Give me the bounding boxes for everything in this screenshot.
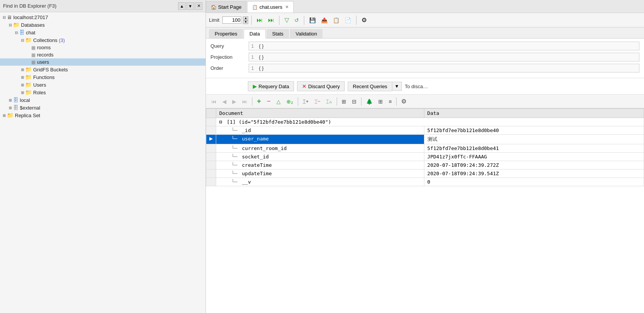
projection-row: Projection 1 { } xyxy=(210,53,639,61)
sub-tab-properties[interactable]: Properties xyxy=(209,29,243,38)
query-content: { } xyxy=(259,43,263,49)
sub-tab-validation[interactable]: Validation xyxy=(290,29,323,38)
tree-item-databases[interactable]: ⊟ 📁 Databases xyxy=(0,21,206,29)
tab-chatusers[interactable]: 📋 chat.users ✕ xyxy=(247,1,294,13)
data-remove-btn[interactable]: − xyxy=(265,96,273,106)
server-icon: 🖥 xyxy=(7,15,12,20)
tree-item-roles[interactable]: ⊞ 📁 Roles xyxy=(0,89,206,96)
field-value-username: 测试 xyxy=(424,135,644,144)
projection-editor[interactable]: 1 { } xyxy=(249,53,639,61)
data-nav-last-btn[interactable]: ⏭ xyxy=(240,97,250,106)
data-nav-next-btn[interactable]: ▶ xyxy=(230,97,239,106)
find-bar-up-btn[interactable]: ▲ xyxy=(178,2,186,10)
tree-item-localhost[interactable]: ⊟ 🖥 localhost:27017 xyxy=(0,14,206,21)
recent-main-btn[interactable]: Recent Queries xyxy=(348,82,392,91)
tree-label-rooms: rooms xyxy=(37,45,51,50)
data-collapse-btn[interactable]: ⊟ xyxy=(350,97,359,106)
data-expand-btn[interactable]: ⊞ xyxy=(339,97,348,106)
projection-line-num: 1 xyxy=(251,55,257,60)
tree-item-chat[interactable]: ⊟ 🗄 chat xyxy=(0,29,206,36)
limit-spin-down[interactable]: ▼ xyxy=(243,20,248,24)
data-view-table-btn[interactable]: ⊞ xyxy=(376,97,385,106)
recent-arrow-btn[interactable]: ▼ xyxy=(392,82,402,91)
requery-icon: ▶ xyxy=(253,83,257,89)
order-editor[interactable]: 1 { } xyxy=(249,64,639,73)
discard-btn[interactable]: ✕ Discard Query xyxy=(297,81,345,91)
table-row[interactable]: └─ __v 0 xyxy=(206,178,644,186)
order-row: Order 1 { } xyxy=(210,64,639,73)
data-nav-prev-btn[interactable]: ◀ xyxy=(220,97,229,106)
table-row[interactable]: └─ socket_id JPD41z7jx0fTc-FFAAAG xyxy=(206,153,644,161)
data-settings-btn[interactable]: ⚙ xyxy=(399,97,409,106)
data-edit-btn[interactable]: △ xyxy=(274,97,283,106)
table-row[interactable]: └─ createTime 2020-07-18T09:24:39.272Z xyxy=(206,161,644,169)
data-nav-first-btn[interactable]: ⏮ xyxy=(209,97,219,106)
data-sep1 xyxy=(252,97,252,106)
data-view-tree-btn[interactable]: 🌲 xyxy=(364,97,375,106)
expander-roles: ⊞ xyxy=(20,90,25,95)
table-row[interactable]: └─ _id 5f12bfd7ee7bb121e8d0be40 xyxy=(206,126,644,135)
table-row-selected[interactable]: ▶ └─ user_name 测试 xyxy=(206,135,644,144)
tree-item-local[interactable]: ⊞ 🗄 local xyxy=(0,96,206,104)
data-toolbar: ⏮ ◀ ▶ ⏭ + − △ ⊕₂ ⌶+ ⌶− ⌶△ ⊞ ⊟ 🌲 ⊞ ≡ ⚙ xyxy=(206,95,644,108)
tree-item-records[interactable]: ▦ records xyxy=(0,51,206,58)
export1-btn[interactable]: 📤 xyxy=(319,16,329,24)
expander-external: ⊞ xyxy=(8,106,13,110)
requery-btn[interactable]: ▶ Requery Data xyxy=(248,81,294,91)
export2-btn[interactable]: 📋 xyxy=(331,16,341,24)
refresh-btn[interactable]: ↺ xyxy=(292,16,301,24)
limit-input[interactable] xyxy=(222,16,241,24)
find-bar-down-btn[interactable]: ▼ xyxy=(186,2,194,10)
field-name-current-room: └─ current_room_id xyxy=(216,144,424,153)
field-name-username: └─ user_name xyxy=(216,135,424,144)
tab-chatusers-close[interactable]: ✕ xyxy=(285,5,289,10)
tree-label-gridfs: GridFS Buckets xyxy=(33,67,68,73)
data-sep5 xyxy=(396,97,397,106)
collection-icon-users: ▦ xyxy=(31,60,35,65)
tree-item-gridfs[interactable]: ⊞ 📁 GridFS Buckets xyxy=(0,66,206,73)
folder-icon-functions: 📁 xyxy=(25,74,32,80)
tree-item-collections[interactable]: ⊟ 📁 Collections (3) xyxy=(0,36,206,44)
doc-header-cell: ⊟ [1] (id="5f12bfd7ee7bb121e8d0be40") xyxy=(216,118,644,126)
table-row[interactable]: ⊟ [1] (id="5f12bfd7ee7bb121e8d0be40") xyxy=(206,118,644,126)
data-clone-btn[interactable]: ⊕₂ xyxy=(284,97,296,106)
sub-tab-stats[interactable]: Stats xyxy=(267,29,289,38)
db-icon-local: 🗄 xyxy=(13,97,18,103)
filter-btn[interactable]: ▽ xyxy=(283,15,291,25)
order-label: Order xyxy=(210,65,249,71)
query-editor[interactable]: 1 { } xyxy=(249,42,639,50)
limit-label: Limit xyxy=(209,17,219,23)
row-marker xyxy=(206,161,216,169)
tree-item-functions[interactable]: ⊞ 📁 Functions xyxy=(0,73,206,81)
find-bar-close-btn[interactable]: ✕ xyxy=(195,2,202,10)
sep4 xyxy=(356,16,357,25)
tree-item-users-folder[interactable]: ⊞ 📁 Users xyxy=(0,81,206,89)
save-btn[interactable]: 💾 xyxy=(307,16,318,24)
tree-item-rooms[interactable]: ▦ rooms xyxy=(0,44,206,51)
recent-btn: Recent Queries ▼ xyxy=(348,82,401,91)
table-row[interactable]: └─ current_room_id 5f12bfd7ee7bb121e8d0b… xyxy=(206,144,644,153)
tree-item-external[interactable]: ⊞ 🗄 $external xyxy=(0,104,206,111)
document-header: Document xyxy=(216,109,424,118)
table-row[interactable]: └─ updateTime 2020-07-18T09:24:39.541Z xyxy=(206,169,644,178)
sub-tab-data[interactable]: Data xyxy=(244,29,265,39)
field-line-socket: └─ xyxy=(231,154,238,160)
tab-startpage[interactable]: 🏠 Start Page xyxy=(206,1,246,13)
data-view-text-btn[interactable]: ≡ xyxy=(386,97,394,106)
expander-replicaset: ⊞ xyxy=(2,113,7,118)
data-insert-btn[interactable]: ⌶+ xyxy=(300,97,311,105)
collections-badge: (3) xyxy=(59,37,65,43)
field-line-createtime: └─ xyxy=(231,162,238,168)
limit-spin-up[interactable]: ▲ xyxy=(243,16,248,20)
tree-item-replicaset[interactable]: ⊞ 📁 Replica Set xyxy=(0,111,206,119)
export3-btn[interactable]: 📄 xyxy=(343,16,353,24)
nav-first-btn[interactable]: ⏭ xyxy=(255,16,265,25)
field-line-username: └─ xyxy=(231,136,238,142)
nav-next-btn[interactable]: ⏭ xyxy=(266,16,276,25)
settings-btn[interactable]: ⚙ xyxy=(360,15,369,25)
data-insert-edit-btn[interactable]: ⌶△ xyxy=(324,97,334,105)
data-insert-del-btn[interactable]: ⌶− xyxy=(312,97,323,105)
row-marker xyxy=(206,178,216,186)
data-add-btn[interactable]: + xyxy=(255,96,263,106)
tree-item-users[interactable]: ▦ users xyxy=(0,58,206,66)
